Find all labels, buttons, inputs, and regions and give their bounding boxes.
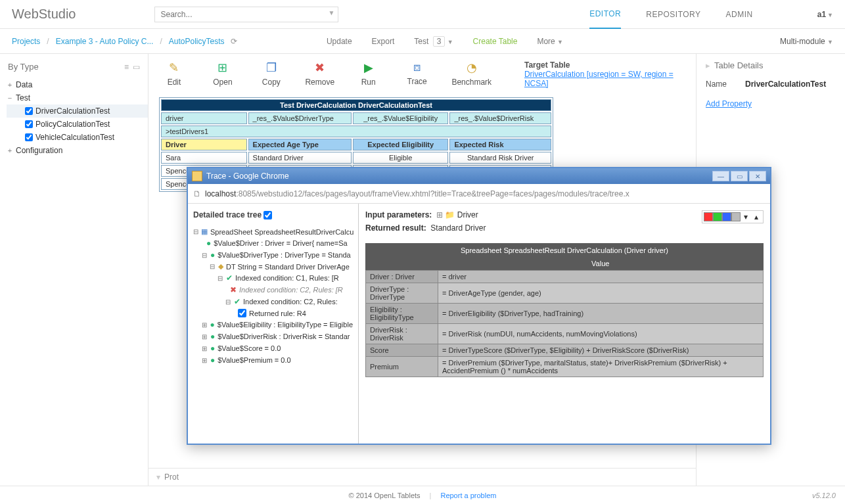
collapse-icon[interactable]: ⊟ [217, 275, 223, 282]
cell[interactable]: Standard Driver [248, 152, 352, 164]
trace-node[interactable]: ⊟✔Indexed condition: C1, Rules: [R [193, 272, 353, 284]
run-button[interactable]: ▶Run [354, 60, 384, 87]
dot-icon: ● [210, 250, 215, 260]
checkbox[interactable] [25, 107, 33, 115]
chevron-up-icon[interactable]: ▴ [751, 212, 762, 221]
edit-button[interactable]: ✎Edit [159, 60, 189, 87]
cell: = driver [438, 271, 764, 283]
expand-icon[interactable]: ⊞ [436, 210, 443, 219]
chevron-down-icon[interactable]: ▾ [156, 472, 160, 482]
col-header[interactable]: Expected Risk [449, 139, 551, 150]
returned-result-label: Returned result: [365, 223, 426, 233]
chevron-down-icon[interactable]: ▼ [329, 9, 335, 16]
checkbox[interactable] [25, 120, 33, 128]
trace-node[interactable]: ⊟✔Indexed condition: C2, Rules: [193, 296, 353, 308]
collapse-icon[interactable]: − [7, 94, 13, 102]
trace-node[interactable]: ⊟◆DT String = Standard Driver DriverAge [193, 261, 353, 272]
tree-policy-test[interactable]: PolicyCalculationTest [7, 118, 148, 131]
cell[interactable]: Eligible [353, 152, 448, 164]
tree-test[interactable]: −Test [7, 91, 148, 104]
user-menu[interactable]: a1▼ [817, 10, 833, 19]
cell[interactable]: Standard Risk Driver [449, 152, 551, 164]
trace-node[interactable]: Returned rule: R4 [193, 308, 353, 319]
update-action[interactable]: Update [327, 37, 352, 46]
open-button[interactable]: ⊞Open [208, 60, 238, 87]
tree-driver-test[interactable]: DriverCalculationTest [7, 104, 148, 118]
tree-vehicle-test[interactable]: VehicleCalculationTest [7, 131, 148, 144]
expand-icon[interactable]: ⊞ [201, 345, 208, 352]
collapse-icon[interactable]: ⊟ [225, 298, 231, 306]
trace-button[interactable]: ⧈Trace [402, 60, 432, 86]
expand-icon[interactable]: ⊞ [201, 333, 208, 340]
maximize-button[interactable]: ▭ [731, 171, 748, 181]
trace-node[interactable]: ⊞●$Value$Score = 0.0 [193, 342, 353, 354]
checkbox[interactable] [238, 309, 246, 317]
checkbox[interactable] [25, 133, 33, 141]
minimize-button[interactable]: — [712, 171, 729, 181]
window-title: Trace - Google Chrome [206, 172, 289, 181]
collapse-icon[interactable]: ⊟ [209, 263, 216, 270]
tab-repository[interactable]: REPOSITORY [646, 1, 700, 28]
trace-node[interactable]: ⊞●$Value$DriverRisk : DriverRisk = Stand… [193, 331, 353, 342]
cell[interactable]: driver [161, 112, 247, 124]
remove-button[interactable]: ✖Remove [305, 60, 335, 87]
multi-module-menu[interactable]: Multi-module ▼ [780, 37, 833, 46]
create-table-action[interactable]: Create Table [473, 37, 518, 46]
tab-editor[interactable]: EDITOR [589, 0, 621, 29]
cell[interactable]: _res_.$Value$DriverRisk [449, 112, 551, 124]
tab-admin[interactable]: ADMIN [726, 1, 753, 28]
tree-config[interactable]: +Configuration [7, 144, 148, 157]
test-action[interactable]: Test 3 ▼ [414, 37, 453, 46]
trace-node[interactable]: ⊟▦SpreadSheet SpreadsheetResultDriverCal… [193, 226, 353, 237]
crumb-tests[interactable]: AutoPolicyTests [169, 37, 225, 46]
bench-button[interactable]: ◔Benchmark [451, 60, 493, 87]
report-problem-link[interactable]: Report a problem [440, 492, 496, 499]
add-property-link[interactable]: Add Property [706, 99, 752, 108]
url-bar[interactable]: 🗋 localhost:8085/webstudio12/faces/pages… [188, 184, 770, 204]
chevron-down-icon[interactable]: ▾ [741, 212, 751, 221]
expand-icon[interactable]: ⊞ [201, 321, 208, 329]
list-icon[interactable]: ≡ [124, 62, 129, 72]
col-header[interactable]: Expected Age Type [248, 139, 352, 150]
tree-data[interactable]: +Data [7, 78, 148, 91]
cell: DriverType : DriverType [366, 283, 438, 304]
refresh-icon[interactable]: ⟳ [231, 37, 237, 46]
blue-swatch[interactable] [722, 212, 731, 221]
trace-node[interactable]: ⊞●$Value$Eligibility : EligibilityType =… [193, 319, 353, 331]
bench-icon: ◔ [467, 60, 477, 75]
trace-tree-checkbox[interactable] [263, 211, 272, 219]
trace-window: Trace - Google Chrome — ▭ ✕ 🗋 localhost:… [187, 167, 771, 445]
collapse-icon[interactable]: ⊟ [193, 228, 198, 235]
grey-swatch[interactable] [731, 212, 741, 221]
cell[interactable]: >testDrivers1 [161, 126, 551, 137]
trace-node[interactable]: ✖Indexed condition: C2, Rules: [R [193, 284, 353, 296]
collapse-icon[interactable]: ⊟ [201, 252, 208, 259]
search-input[interactable] [154, 7, 338, 22]
window-titlebar[interactable]: Trace - Google Chrome — ▭ ✕ [188, 168, 770, 184]
action-label: Copy [262, 78, 281, 87]
crumb-projects[interactable]: Projects [12, 37, 40, 46]
red-swatch[interactable] [704, 212, 713, 221]
col-header[interactable]: Driver [161, 139, 247, 150]
expand-icon[interactable]: + [7, 147, 13, 154]
col-header[interactable]: Expected Eligibility [353, 139, 448, 150]
crumb-example[interactable]: Example 3 - Auto Policy C... [56, 37, 154, 46]
close-button[interactable]: ✕ [749, 171, 766, 181]
cell[interactable]: Sara [161, 152, 247, 164]
trace-node[interactable]: ⊞●$Value$Premium = 0.0 [193, 354, 353, 366]
expand-icon[interactable]: ⊞ [201, 357, 208, 364]
trace-node[interactable]: ⊟●$Value$DriverType : DriverType = Stand… [193, 249, 353, 261]
green-swatch[interactable] [713, 212, 722, 221]
export-action[interactable]: Export [372, 37, 395, 46]
collapse-icon[interactable]: ▸ [706, 60, 710, 70]
cell[interactable]: _res_.$Value$Eligibility [353, 112, 448, 124]
copy-button[interactable]: ❐Copy [256, 60, 286, 87]
cell[interactable]: _res_.$Value$DriverType [248, 112, 352, 124]
trace-node[interactable]: ●$Value$Driver : Driver = Driver{ name=S… [193, 237, 353, 249]
target-table-link[interactable]: DriverCalculation [usregion = SW, region… [524, 70, 674, 88]
panel-icon[interactable]: ▭ [133, 62, 140, 72]
expand-icon[interactable]: + [7, 81, 13, 89]
tree-label: Data [16, 80, 32, 89]
remove-icon: ✖ [315, 60, 325, 75]
more-action[interactable]: More ▼ [537, 37, 563, 46]
